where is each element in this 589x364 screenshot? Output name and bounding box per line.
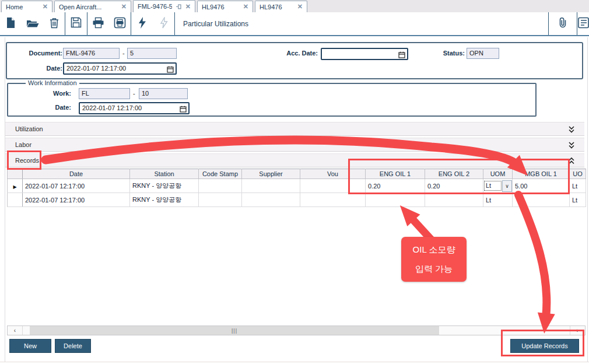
- close-icon[interactable]: ✕: [297, 4, 303, 10]
- toolbar-separator: [174, 12, 175, 35]
- calendar-icon[interactable]: [180, 104, 187, 113]
- work-suffix-field[interactable]: 10: [139, 88, 188, 99]
- cell-uom-2[interactable]: Lt: [570, 179, 586, 193]
- update-records-button[interactable]: Update Records: [510, 339, 579, 353]
- open-folder-icon: [26, 17, 39, 31]
- document-number-field[interactable]: FML-9476: [63, 48, 120, 59]
- cell-voucher[interactable]: [300, 179, 366, 193]
- expand-icon[interactable]: [568, 125, 575, 135]
- scroll-left-button[interactable]: ‹: [8, 326, 23, 335]
- column-header-supplier[interactable]: Supplier: [242, 169, 300, 179]
- close-icon[interactable]: ✕: [43, 4, 48, 10]
- print-icon: [92, 17, 104, 31]
- save-button[interactable]: [65, 13, 87, 35]
- column-header-eng-oil-1[interactable]: ENG OIL 1: [366, 169, 425, 179]
- chevron-down-icon[interactable]: ∨: [502, 180, 512, 192]
- cell-station[interactable]: RKNY - 양양공항: [130, 179, 199, 193]
- cell-supplier[interactable]: [242, 179, 300, 193]
- acc-date-label: Acc. Date:: [267, 50, 318, 57]
- cell-mgb-oil-1[interactable]: 5.00: [513, 179, 570, 193]
- work-label: Work:: [20, 90, 71, 97]
- field-separator: -: [133, 90, 135, 97]
- calendar-icon[interactable]: [398, 50, 405, 59]
- callout-line-2: 입력 가능: [401, 259, 467, 278]
- window-bottom-edge: [0, 362, 589, 362]
- work-date-field[interactable]: 2022-01-07 12:17:00: [79, 102, 190, 114]
- attachment-button[interactable]: [549, 13, 577, 35]
- run-disabled-button[interactable]: [153, 13, 174, 35]
- print-button[interactable]: [87, 13, 109, 35]
- cell-code-stamp[interactable]: [199, 179, 242, 193]
- row-selector-header: [8, 169, 23, 179]
- acc-date-field[interactable]: [321, 48, 408, 60]
- cell-eng-oil-2[interactable]: 0.20: [425, 179, 483, 193]
- arrow-mgb-to-update-button: [518, 195, 546, 318]
- report-button[interactable]: [577, 13, 589, 35]
- column-header-uom[interactable]: UOM: [483, 169, 513, 179]
- open-button[interactable]: [22, 13, 43, 35]
- tab-home[interactable]: Home ✕: [1, 1, 52, 12]
- column-header-voucher[interactable]: Vou: [300, 169, 366, 179]
- new-document-button[interactable]: [0, 13, 22, 35]
- work-field[interactable]: FL: [79, 88, 130, 99]
- cell-date[interactable]: 2022-01-07 12:17:00: [23, 179, 130, 193]
- column-header-uom-2[interactable]: UO: [570, 169, 586, 179]
- cell-eng-oil-1[interactable]: [366, 193, 425, 207]
- current-row-arrow-icon: ▶: [13, 184, 16, 190]
- work-information-panel: Work Information Work: FL - 10 Date: 202…: [7, 83, 537, 117]
- cell-supplier[interactable]: [242, 193, 300, 207]
- calendar-icon[interactable]: [167, 65, 174, 74]
- new-button[interactable]: New: [9, 339, 51, 353]
- cell-uom[interactable]: Lt ∨: [483, 179, 513, 193]
- uom-combobox[interactable]: Lt ∨: [483, 179, 512, 192]
- cell-date[interactable]: 2022-01-07 12:17:00: [23, 193, 130, 207]
- cell-eng-oil-1[interactable]: 0.20: [366, 179, 425, 193]
- column-header-code-stamp[interactable]: Code Stamp: [199, 169, 242, 179]
- tab-open-aircraft[interactable]: Open Aircraft... ✕: [54, 1, 131, 12]
- cell-code-stamp[interactable]: [199, 193, 242, 207]
- scroll-right-button[interactable]: ›: [570, 326, 585, 335]
- cell-eng-oil-2[interactable]: [425, 193, 483, 207]
- section-label: Labor: [15, 141, 31, 148]
- section-utilization[interactable]: Utilization: [5, 122, 584, 136]
- panel-right-edge: [587, 37, 588, 362]
- tab-hl9476-2[interactable]: HL9476 ✕: [255, 1, 307, 12]
- section-labor[interactable]: Labor: [5, 138, 584, 152]
- cell-mgb-oil-1[interactable]: [513, 193, 570, 207]
- expand-icon[interactable]: [568, 141, 575, 150]
- tab-label: FML-9476-5: [138, 3, 172, 10]
- document-date-field[interactable]: 2022-01-07 12:17:00: [63, 62, 177, 75]
- column-header-date[interactable]: Date: [23, 169, 130, 179]
- pin-icon[interactable]: [176, 4, 182, 10]
- close-icon[interactable]: ✕: [121, 4, 127, 10]
- cell-station[interactable]: RKNY - 양양공항: [130, 193, 199, 207]
- collapse-icon[interactable]: [568, 157, 575, 166]
- close-icon[interactable]: ✕: [185, 4, 191, 10]
- scrollbar-thumb[interactable]: |||: [30, 326, 439, 335]
- tab-hl9476-1[interactable]: HL9476 ✕: [197, 1, 253, 12]
- tab-fml-9476-5[interactable]: FML-9476-5 ✕: [133, 0, 195, 12]
- table-row[interactable]: ▶ 2022-01-07 12:17:00 RKNY - 양양공항 0.20 0…: [8, 179, 586, 193]
- column-header-eng-oil-2[interactable]: ENG OIL 2: [425, 169, 483, 179]
- tab-label: HL9476: [260, 4, 294, 10]
- tab-bar: Home ✕ Open Aircraft... ✕ FML-9476-5 ✕ H…: [0, 0, 589, 12]
- scrollbar-grip-icon: |||: [232, 328, 237, 334]
- document-suffix-field[interactable]: 5: [127, 48, 177, 59]
- row-selector-cell[interactable]: [8, 193, 23, 207]
- run-button[interactable]: [131, 13, 153, 35]
- horizontal-scrollbar[interactable]: ‹ ||| ›: [7, 326, 586, 335]
- close-icon[interactable]: ✕: [243, 4, 248, 10]
- cell-voucher[interactable]: [300, 193, 366, 207]
- delete-document-button[interactable]: [43, 13, 65, 35]
- row-selector-cell[interactable]: ▶: [8, 179, 23, 193]
- delete-button[interactable]: Delete: [55, 339, 91, 353]
- column-header-mgb-oil-1[interactable]: MGB OIL 1: [513, 169, 570, 179]
- cell-uom-2[interactable]: Lt: [570, 193, 586, 207]
- section-records[interactable]: Records: [5, 153, 584, 167]
- table-row[interactable]: 2022-01-07 12:17:00 RKNY - 양양공항 Lt Lt: [8, 193, 586, 207]
- cell-uom[interactable]: Lt: [483, 193, 513, 207]
- print-preview-button[interactable]: [109, 13, 131, 35]
- column-header-station[interactable]: Station: [130, 169, 199, 179]
- tab-label: Home: [6, 4, 39, 10]
- report-icon: [577, 17, 589, 31]
